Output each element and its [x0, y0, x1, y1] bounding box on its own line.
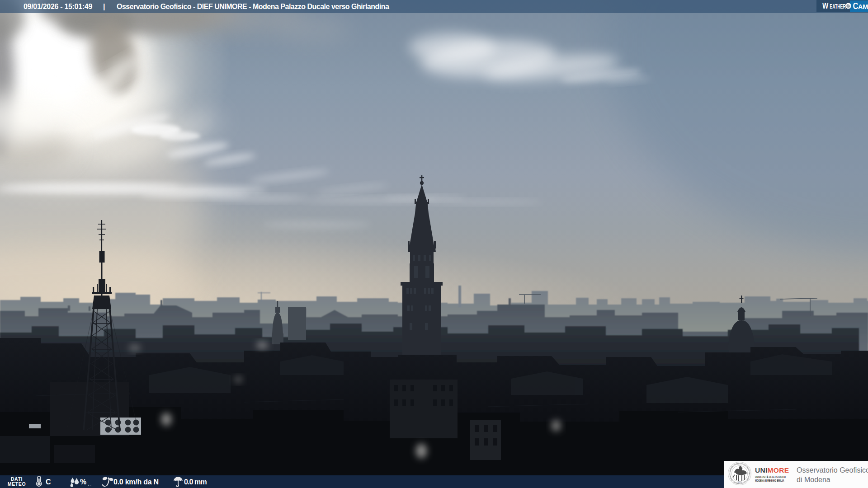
svg-text:W: W [822, 1, 829, 10]
svg-text:MODENA E REGGIO EMILIA: MODENA E REGGIO EMILIA [755, 479, 784, 482]
svg-text:C: C [853, 1, 858, 11]
svg-text:EATHER: EATHER [830, 3, 846, 10]
svg-text:1175: 1175 [738, 481, 742, 483]
svg-text:UNIMORE: UNIMORE [755, 466, 789, 474]
svg-text:UNIVERSITÀ DEGLI STUDI DI: UNIVERSITÀ DEGLI STUDI DI [755, 475, 786, 479]
svg-text:di Modena: di Modena [797, 475, 830, 484]
svg-text:Osservatorio Geofisico: Osservatorio Geofisico [797, 466, 868, 475]
svg-text:AM: AM [858, 3, 868, 10]
